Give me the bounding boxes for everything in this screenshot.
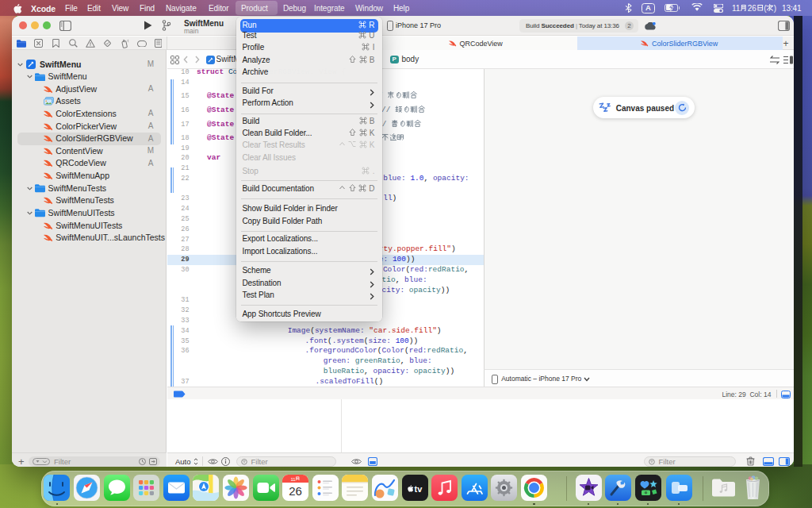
svg-text:11: 11 — [290, 477, 296, 482]
svg-text:26: 26 — [289, 484, 302, 498]
svg-text:tv: tv — [414, 484, 423, 494]
